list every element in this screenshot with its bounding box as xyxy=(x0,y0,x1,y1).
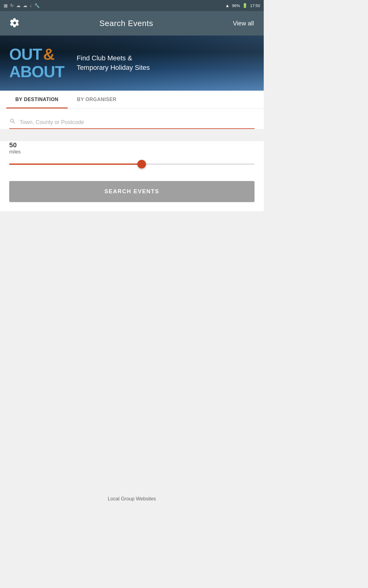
sync-icon: ↻ xyxy=(10,3,14,8)
search-form xyxy=(0,109,264,129)
status-bar: ▦ ↻ ☁ ☁ ↓ 🔧 ▲ 96% 🔋 17:50 xyxy=(0,0,264,11)
range-slider-container[interactable] xyxy=(9,160,255,169)
logo-about: ABOUT xyxy=(9,63,64,81)
banner-content: OUT & ABOUT Find Club Meets & Temporary … xyxy=(9,46,255,81)
location-search-input[interactable] xyxy=(20,119,255,126)
cloud2-icon: ☁ xyxy=(23,3,27,8)
logo-ampersand: & xyxy=(43,46,55,63)
tabs-container: BY DESTINATION BY ORGANISER xyxy=(0,91,264,109)
banner-tagline-line1: Find Club Meets & xyxy=(77,54,150,63)
slider-section: 50 miles xyxy=(0,141,264,178)
status-bar-right: ▲ 96% 🔋 17:50 xyxy=(225,3,260,8)
wrench-icon: 🔧 xyxy=(34,3,40,8)
banner-tagline: Find Club Meets & Temporary Holiday Site… xyxy=(77,54,150,73)
cloud-icon: ☁ xyxy=(16,3,21,8)
tab-by-organiser[interactable]: BY ORGANISER xyxy=(68,91,126,108)
wifi-icon: ▲ xyxy=(225,3,230,8)
battery-icon: 🔋 xyxy=(242,3,247,8)
status-bar-left: ▦ ↻ ☁ ☁ ↓ 🔧 xyxy=(4,3,40,8)
download-icon: ↓ xyxy=(30,3,32,8)
battery-percent: 96% xyxy=(232,3,240,8)
footer-label: Local Group Websites xyxy=(108,496,156,501)
search-button-container: SEARCH EVENTS xyxy=(0,178,264,211)
slider-value: 50 xyxy=(9,141,255,149)
clock: 17:50 xyxy=(250,3,260,8)
tab-by-destination[interactable]: BY DESTINATION xyxy=(6,91,68,108)
banner-tagline-line2: Temporary Holiday Sites xyxy=(77,63,150,73)
logo-out: OUT xyxy=(9,46,42,63)
settings-button[interactable] xyxy=(7,16,22,31)
app-bar: Search Events View all xyxy=(0,11,264,36)
app-bar-title: Search Events xyxy=(99,19,153,28)
view-all-button[interactable]: View all xyxy=(230,17,256,29)
slider-label: 50 miles xyxy=(9,141,255,155)
footer: Local Group Websites xyxy=(0,487,264,511)
main-content xyxy=(0,211,264,487)
search-input-container xyxy=(9,118,255,129)
calendar-icon: ▦ xyxy=(4,3,8,8)
gear-icon xyxy=(10,18,20,28)
search-events-button[interactable]: SEARCH EVENTS xyxy=(9,181,255,202)
search-icon xyxy=(9,118,16,126)
banner-logo: OUT & ABOUT xyxy=(9,46,64,81)
banner: OUT & ABOUT Find Club Meets & Temporary … xyxy=(0,36,264,91)
slider-unit: miles xyxy=(9,149,255,155)
